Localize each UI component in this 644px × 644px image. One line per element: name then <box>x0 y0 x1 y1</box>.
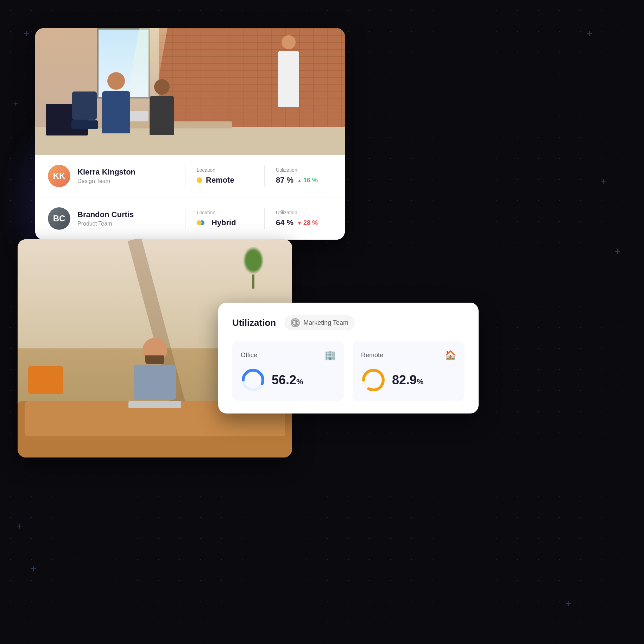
remote-donut-svg <box>361 368 386 392</box>
remote-percent-sign: % <box>417 377 424 386</box>
brandon-location-value: Hybrid <box>197 218 253 227</box>
kierra-util-percent: 87 % <box>276 176 293 185</box>
kierra-location-type: Remote <box>206 176 234 185</box>
kierra-name: Kierra Kingston <box>77 168 174 177</box>
divider-4 <box>264 208 265 229</box>
plant-leaves <box>243 246 264 274</box>
brandon-team: Product Team <box>77 221 174 227</box>
cross-marker-2: + <box>584 28 595 39</box>
kierra-team: Design Team <box>77 178 174 184</box>
office-percent-sign: % <box>296 377 303 386</box>
remote-icon: 🏠 <box>445 350 456 361</box>
utilization-card: Utilization Marketing Team Office 🏢 <box>218 303 479 413</box>
brandon-location-label: Location <box>197 210 253 215</box>
person-sitting-man <box>99 72 134 135</box>
brandon-util-change: 28 % <box>297 219 318 227</box>
cross-marker-1: + <box>21 28 32 39</box>
util-card-title: Utilization <box>232 317 276 328</box>
person-laptop <box>128 401 181 408</box>
office-donut-svg <box>241 368 265 392</box>
util-cards-row: Office 🏢 56.2% <box>232 341 465 401</box>
kierra-location-dot <box>197 177 202 183</box>
brandon-name: Brandon Curtis <box>77 210 174 219</box>
office-label: Office <box>241 352 257 359</box>
brandon-util-group: Utilization 64 % 28 % <box>276 210 332 227</box>
divider-3 <box>185 208 185 229</box>
brandon-util-value: 64 % 28 % <box>276 218 332 227</box>
hybrid-dot-yellow <box>197 220 202 225</box>
office-donut <box>241 368 265 392</box>
util-header: Utilization Marketing Team <box>232 315 465 330</box>
brandon-location-group: Location Hybrid <box>197 210 253 227</box>
cross-marker-5: + <box>28 563 39 574</box>
team-badge: Marketing Team <box>284 315 355 330</box>
brandon-change-value: 28 % <box>303 219 318 227</box>
plant-stem <box>252 274 254 289</box>
cross-marker-3: + <box>11 99 21 109</box>
cross-marker-7: + <box>612 246 623 257</box>
remote-donut <box>361 368 386 392</box>
couch-person <box>128 338 181 408</box>
brandon-info: Brandon Curtis Product Team <box>77 210 174 227</box>
cross-marker-8: + <box>14 521 25 531</box>
employee-row-kierra: KK Kierra Kingston Design Team Location … <box>35 155 345 197</box>
person-beard <box>145 355 164 364</box>
brandon-avatar-image: BC <box>48 207 70 230</box>
office-number-group: 56.2% <box>272 373 303 387</box>
cross-marker-6: + <box>563 598 574 609</box>
kierra-avatar: KK <box>48 165 70 187</box>
chair <box>70 91 99 134</box>
office-photo <box>35 28 345 155</box>
person-body <box>134 365 176 400</box>
brandon-avatar: BC <box>48 207 70 230</box>
cross-marker-4: + <box>598 176 609 187</box>
brandon-location-dots <box>197 220 204 226</box>
plant <box>243 246 264 289</box>
office-icon: 🏢 <box>324 350 336 361</box>
divider-1 <box>185 165 185 187</box>
remote-label: Remote <box>361 352 383 359</box>
person-head <box>143 338 167 362</box>
kierra-location-value: Remote <box>197 176 253 185</box>
divider-2 <box>264 165 265 187</box>
office-card-header: Office 🏢 <box>241 350 336 361</box>
kierra-avatar-image: KK <box>48 165 70 187</box>
employee-list: KK Kierra Kingston Design Team Location … <box>35 155 345 240</box>
brandon-location-type: Hybrid <box>211 218 236 227</box>
office-util-card: Office 🏢 56.2% <box>232 341 344 401</box>
team-badge-icon <box>291 318 300 327</box>
top-card: KK Kierra Kingston Design Team Location … <box>35 28 345 240</box>
person-standing <box>274 35 303 120</box>
kierra-util-value: 87 % 16 % <box>276 176 332 185</box>
kierra-util-group: Utilization 87 % 16 % <box>276 167 332 185</box>
team-badge-name: Marketing Team <box>303 319 348 327</box>
remote-card-header: Remote 🏠 <box>361 350 456 361</box>
orange-cushion <box>28 366 63 394</box>
office-value: 56.2% <box>241 368 336 392</box>
kierra-arrow-up <box>297 177 302 184</box>
brandon-util-label: Utilization <box>276 210 332 215</box>
kierra-location-group: Location Remote <box>197 167 253 185</box>
kierra-util-label: Utilization <box>276 167 332 173</box>
brandon-util-percent: 64 % <box>276 218 293 227</box>
employee-row-brandon: BC Brandon Curtis Product Team Location … <box>35 197 345 240</box>
kierra-change-value: 16 % <box>303 177 318 184</box>
remote-util-card: Remote 🏠 82.9% <box>353 341 465 401</box>
kierra-info: Kierra Kingston Design Team <box>77 168 174 184</box>
remote-big-number: 82.9 <box>392 373 417 387</box>
office-big-number: 56.2 <box>272 373 296 387</box>
kierra-util-change: 16 % <box>297 177 318 184</box>
brandon-arrow-down <box>297 219 302 227</box>
kierra-location-label: Location <box>197 167 253 173</box>
remote-value: 82.9% <box>361 368 456 392</box>
person-sitting-2 <box>148 79 176 135</box>
remote-number-group: 82.9% <box>392 373 424 387</box>
